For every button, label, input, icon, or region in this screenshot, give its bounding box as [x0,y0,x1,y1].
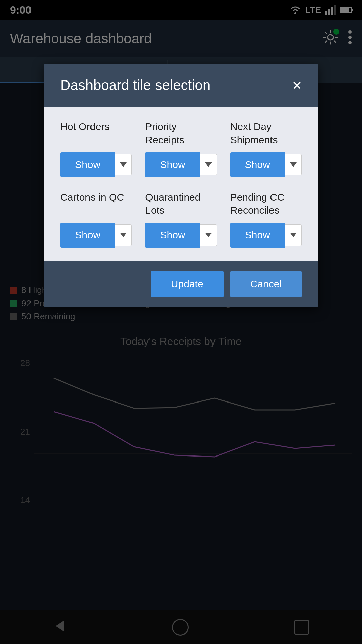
tile-priority-receipts-show-button[interactable]: Show [145,152,200,177]
tile-grid: Hot Orders Show Priority Receipts Show [60,120,302,248]
tile-quarantined-lots-row: Show [145,223,217,248]
tile-priority-receipts-row: Show [145,152,217,177]
toggle-arrow [120,162,127,167]
tile-quarantined-lots-show-button[interactable]: Show [145,223,200,248]
tile-cartons-in-qc-show-button[interactable]: Show [60,223,115,248]
tile-hot-orders-show-button[interactable]: Show [60,152,115,177]
modal-header: Dashboard tile selection × [44,64,318,107]
tile-cartons-in-qc-label: Cartons in QC [60,191,132,217]
toggle-arrow-6 [290,233,297,237]
modal-body: Hot Orders Show Priority Receipts Show [44,107,318,261]
tile-priority-receipts: Priority Receipts Show [145,120,217,177]
tile-next-day-shipments-toggle[interactable] [285,154,302,175]
modal-footer: Update Cancel [44,261,318,307]
dashboard-tile-modal: Dashboard tile selection × Hot Orders Sh… [44,64,318,307]
toggle-arrow-5 [205,233,212,237]
tile-priority-receipts-toggle[interactable] [200,154,217,175]
tile-hot-orders-toggle[interactable] [115,154,132,175]
tile-quarantined-lots-toggle[interactable] [200,224,217,246]
modal-close-button[interactable]: × [292,77,302,93]
tile-cartons-in-qc: Cartons in QC Show [60,191,132,248]
tile-cartons-in-qc-toggle[interactable] [115,224,132,246]
toggle-arrow-2 [205,162,212,167]
tile-hot-orders-label: Hot Orders [60,120,132,147]
tile-priority-receipts-label: Priority Receipts [145,120,217,147]
cancel-button[interactable]: Cancel [230,271,302,297]
tile-next-day-shipments-label: Next Day Shipments [230,120,302,147]
tile-hot-orders: Hot Orders Show [60,120,132,177]
tile-cartons-in-qc-row: Show [60,223,132,248]
tile-pending-cc-reconciles-label: Pending CC Reconciles [230,191,302,217]
modal-title: Dashboard tile selection [60,77,210,93]
modal-overlay: Dashboard tile selection × Hot Orders Sh… [0,0,362,644]
toggle-arrow-4 [120,233,127,237]
tile-pending-cc-reconciles: Pending CC Reconciles Show [230,191,302,248]
tile-next-day-shipments-row: Show [230,152,302,177]
tile-quarantined-lots: Quarantined Lots Show [145,191,217,248]
toggle-arrow-3 [290,162,297,167]
tile-pending-cc-reconciles-show-button[interactable]: Show [230,223,285,248]
tile-next-day-shipments-show-button[interactable]: Show [230,152,285,177]
update-button[interactable]: Update [151,271,224,297]
tile-pending-cc-reconciles-toggle[interactable] [285,224,302,246]
tile-hot-orders-row: Show [60,152,132,177]
tile-next-day-shipments: Next Day Shipments Show [230,120,302,177]
tile-pending-cc-reconciles-row: Show [230,223,302,248]
tile-quarantined-lots-label: Quarantined Lots [145,191,217,217]
